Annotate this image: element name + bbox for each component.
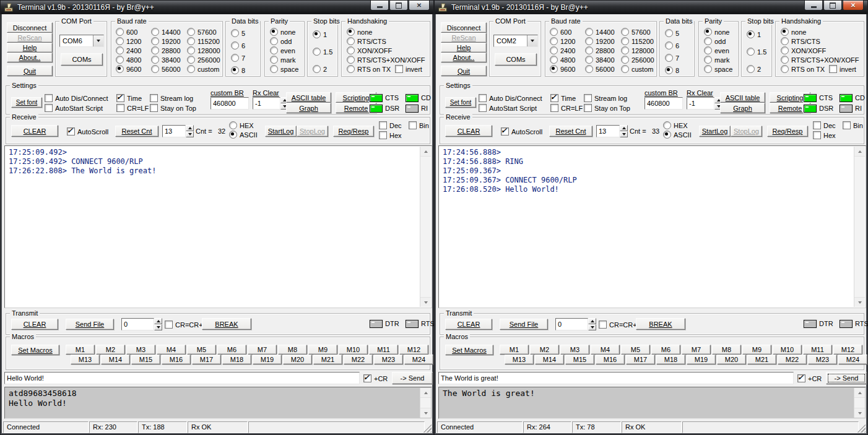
- set-macros-button[interactable]: Set Macros: [445, 345, 493, 355]
- macro-m14-button[interactable]: M14: [535, 355, 564, 364]
- receive-count-spinner[interactable]: 13: [596, 125, 628, 137]
- cr-lf-checkbox[interactable]: CR=LF: [550, 104, 583, 112]
- transmit-clear-button[interactable]: CLEAR: [11, 319, 58, 330]
- custom-br-label[interactable]: custom BR: [210, 89, 244, 97]
- transmit-delay-spinner[interactable]: 0: [555, 318, 596, 330]
- macro-m17-button[interactable]: M17: [626, 355, 655, 364]
- graph-button[interactable]: Graph: [720, 103, 765, 113]
- bin-checkbox[interactable]: Bin: [843, 121, 863, 129]
- coms-button[interactable]: COMs: [495, 53, 537, 66]
- stopbits-2-radio[interactable]: 2: [313, 65, 327, 73]
- receive-terminal-output[interactable]: 17:25:09.492> 17:25:09.492> CONNECT 9600…: [4, 145, 432, 308]
- custom-br-label[interactable]: custom BR: [644, 89, 678, 97]
- bin-checkbox[interactable]: Bin: [409, 121, 429, 129]
- parity-even-radio[interactable]: even: [270, 46, 295, 54]
- title-bar[interactable]: Terminal v1.9b - 20130116Я - by Br@y++ ✕: [435, 1, 867, 14]
- startlog-button[interactable]: StartLog: [699, 126, 731, 137]
- macro-m6-button[interactable]: M6: [651, 345, 680, 355]
- minimize-button[interactable]: [370, 1, 389, 11]
- receive-count-spinner[interactable]: 13: [162, 125, 194, 137]
- handshake-none-radio[interactable]: none: [347, 28, 372, 36]
- handshake-rtscts-xonxoff-radio[interactable]: RTS/CTS+XON/XOFF: [781, 56, 859, 64]
- rx-clear-value[interactable]: -1: [253, 97, 280, 110]
- macro-m14-button[interactable]: M14: [101, 355, 130, 364]
- autostart-script-checkbox[interactable]: AutoStart Script: [479, 104, 537, 112]
- hex-checkbox[interactable]: Hex: [379, 131, 402, 139]
- macro-m13-button[interactable]: M13: [505, 355, 534, 364]
- scroll-up-icon[interactable]: [420, 147, 431, 157]
- set-font-button[interactable]: Set font: [11, 97, 42, 108]
- custom-br-input[interactable]: [210, 97, 249, 110]
- spinner-up-icon[interactable]: [154, 318, 162, 324]
- handshake-xonxoff-radio[interactable]: XON/XOFF: [781, 46, 826, 54]
- handshake-xonxoff-radio[interactable]: XON/XOFF: [347, 46, 392, 54]
- dropdown-arrow-icon[interactable]: [93, 35, 103, 46]
- disconnect-button[interactable]: Disconnect: [7, 22, 53, 33]
- macro-m20-button[interactable]: M20: [717, 355, 746, 364]
- handshake-none-radio[interactable]: none: [781, 28, 806, 36]
- macro-m24-button[interactable]: M24: [404, 355, 433, 364]
- macro-m24-button[interactable]: M24: [838, 355, 867, 364]
- hex-radio[interactable]: HEX: [663, 121, 688, 129]
- send-input[interactable]: [438, 372, 794, 384]
- macro-m19-button[interactable]: M19: [687, 355, 716, 364]
- plus-cr-checkbox[interactable]: +CR: [797, 374, 822, 382]
- plus-cr-checkbox[interactable]: +CR: [363, 374, 388, 382]
- quit-button[interactable]: Quit: [441, 66, 487, 76]
- spinner-up-icon[interactable]: [588, 318, 596, 324]
- baud-56000-radio[interactable]: 56000: [585, 65, 615, 73]
- send-file-button[interactable]: Send File: [500, 319, 548, 330]
- maximize-button[interactable]: [823, 1, 842, 11]
- invert-checkbox[interactable]: invert: [395, 65, 422, 73]
- receive-clear-button[interactable]: CLEAR: [445, 125, 492, 137]
- baud-128000-radio[interactable]: 128000: [621, 46, 654, 54]
- scroll-down-icon[interactable]: [854, 408, 865, 418]
- macro-m8-button[interactable]: M8: [278, 345, 307, 355]
- help-button[interactable]: Help: [441, 43, 487, 53]
- req-resp-button[interactable]: Req/Resp: [767, 126, 808, 137]
- scroll-down-icon[interactable]: [420, 408, 431, 418]
- scroll-up-icon[interactable]: [854, 388, 865, 398]
- parity-space-radio[interactable]: space: [270, 65, 298, 73]
- baud-57600-radio[interactable]: 57600: [187, 28, 217, 36]
- scroll-up-icon[interactable]: [420, 388, 431, 398]
- receive-count-value[interactable]: 13: [162, 125, 186, 137]
- macro-m16-button[interactable]: M16: [596, 355, 625, 364]
- macro-m15-button[interactable]: M15: [131, 355, 160, 364]
- com-port-select[interactable]: COM6: [59, 35, 104, 47]
- receive-scrollbar[interactable]: [854, 147, 865, 307]
- macro-m12-button[interactable]: M12: [399, 345, 428, 355]
- macro-m3-button[interactable]: M3: [560, 345, 589, 355]
- baud-115200-radio[interactable]: 115200: [621, 37, 654, 45]
- autoscroll-checkbox[interactable]: AutoScroll: [501, 127, 542, 136]
- hex-radio[interactable]: HEX: [229, 121, 254, 129]
- hex-checkbox[interactable]: Hex: [813, 131, 836, 139]
- baud-56000-radio[interactable]: 56000: [151, 65, 181, 73]
- macro-m5-button[interactable]: M5: [187, 345, 216, 355]
- macro-m2-button[interactable]: M2: [96, 345, 125, 355]
- transmit-scrollbar[interactable]: [420, 388, 431, 418]
- stream-log-checkbox[interactable]: Stream log: [584, 94, 627, 102]
- databits-7-radio[interactable]: 7: [665, 54, 679, 62]
- baud-9600-radio[interactable]: 9600: [550, 65, 575, 73]
- help-button[interactable]: Help: [7, 43, 53, 53]
- macro-m20-button[interactable]: M20: [283, 355, 312, 364]
- about-button[interactable]: About..: [441, 53, 487, 62]
- spinner-down-icon[interactable]: [588, 324, 596, 330]
- req-resp-button[interactable]: Req/Resp: [333, 126, 374, 137]
- databits-5-radio[interactable]: 5: [665, 29, 679, 37]
- transmit-history[interactable]: atd89683458618 Hello World!: [4, 387, 432, 419]
- parity-mark-radio[interactable]: mark: [270, 56, 295, 64]
- stopbits-1-radio[interactable]: 1: [747, 30, 761, 38]
- macro-m13-button[interactable]: M13: [71, 355, 100, 364]
- macro-m16-button[interactable]: M16: [162, 355, 191, 364]
- quit-button[interactable]: Quit: [7, 66, 53, 76]
- transmit-delay-value[interactable]: 0: [121, 318, 154, 330]
- parity-none-radio[interactable]: none: [270, 28, 295, 36]
- dec-checkbox[interactable]: Dec: [379, 121, 402, 129]
- spinner-up-icon[interactable]: [620, 125, 628, 131]
- custom-br-input[interactable]: [644, 97, 683, 110]
- databits-7-radio[interactable]: 7: [231, 54, 245, 62]
- databits-6-radio[interactable]: 6: [231, 41, 245, 50]
- handshake-rts-on-tx-radio[interactable]: RTS on TX: [347, 65, 391, 73]
